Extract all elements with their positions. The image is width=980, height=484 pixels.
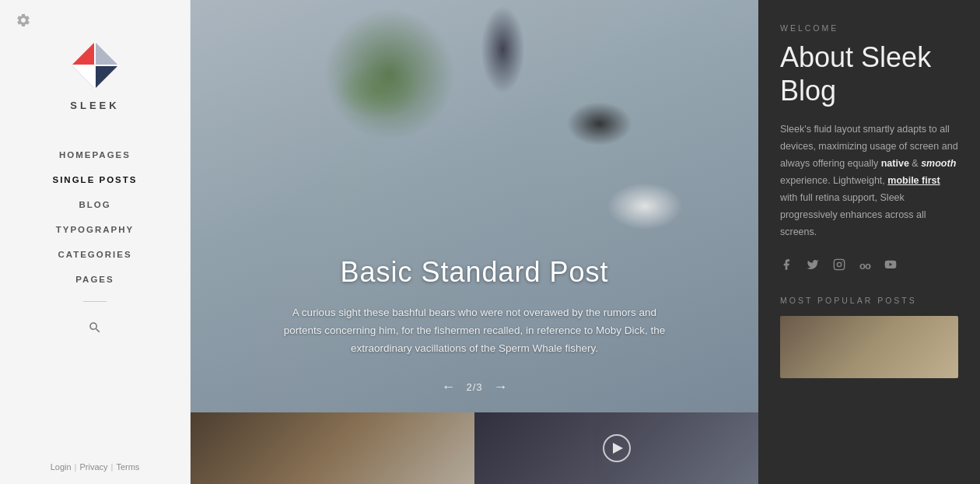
thumb-item-1[interactable] — [191, 412, 474, 484]
svg-marker-3 — [95, 42, 118, 65]
slider-count: 2/3 — [466, 381, 482, 393]
popular-post-thumbnail[interactable] — [780, 316, 958, 378]
slider-next[interactable]: → — [494, 379, 508, 395]
highlight-native: native — [881, 158, 909, 169]
terms-link[interactable]: Terms — [116, 462, 139, 472]
settings-gear[interactable] — [16, 12, 31, 31]
search-button[interactable] — [88, 321, 102, 338]
nav-categories[interactable]: CATEGORIES — [0, 242, 190, 267]
svg-point-7 — [837, 262, 841, 266]
instagram-icon[interactable] — [833, 258, 845, 274]
thumbnail-row — [191, 412, 758, 484]
svg-rect-6 — [834, 259, 844, 269]
footer-links: Login | Privacy | Terms — [51, 462, 140, 472]
hero-background: Basic Standard Post A curious sight thes… — [191, 0, 758, 412]
youtube-icon[interactable] — [884, 258, 897, 274]
hero-title: Basic Standard Post — [272, 256, 677, 289]
hero-excerpt: A curious sight these bashful bears who … — [272, 304, 677, 358]
thumb-bg-1 — [191, 412, 474, 484]
main-content: Basic Standard Post A curious sight thes… — [191, 0, 758, 484]
nav-pages[interactable]: PAGES — [0, 267, 190, 292]
left-sidebar: SLEEK HOMEPAGES SINGLE POSTS BLOG TYPOGR… — [0, 0, 191, 484]
highlight-smooth: smooth — [921, 158, 956, 169]
brand-logo[interactable]: SLEEK — [68, 39, 121, 111]
nav-single-posts[interactable]: SINGLE POSTS — [0, 167, 190, 192]
thumb-item-2[interactable] — [474, 412, 758, 484]
nav-divider — [83, 301, 107, 302]
flickr-icon[interactable]: oo — [859, 260, 870, 272]
main-nav: HOMEPAGES SINGLE POSTS BLOG TYPOGRAPHY C… — [0, 142, 190, 292]
play-button[interactable] — [603, 434, 631, 462]
facebook-icon[interactable] — [780, 258, 793, 274]
svg-marker-1 — [72, 42, 95, 65]
slider-prev[interactable]: ← — [441, 379, 455, 395]
privacy-link[interactable]: Privacy — [79, 462, 107, 472]
welcome-label: WELCOME — [780, 23, 958, 33]
thumb-bg-2 — [474, 412, 758, 484]
highlight-mobile: mobile first — [887, 175, 940, 186]
twitter-icon[interactable] — [807, 258, 819, 274]
search-icon — [88, 321, 102, 335]
svg-marker-2 — [95, 65, 118, 89]
about-description: Sleek's fluid layout smartly adapts to a… — [780, 121, 958, 240]
brand-name: SLEEK — [70, 100, 119, 111]
hero-text: Basic Standard Post A curious sight thes… — [257, 256, 692, 358]
logo-icon — [68, 39, 121, 92]
nav-blog[interactable]: BLOG — [0, 192, 190, 217]
social-links: oo — [780, 258, 958, 274]
right-sidebar: WELCOME About Sleek Blog Sleek's fluid l… — [758, 0, 980, 484]
hero-slider: Basic Standard Post A curious sight thes… — [191, 0, 758, 412]
nav-homepages[interactable]: HOMEPAGES — [0, 142, 190, 167]
about-title: About Sleek Blog — [780, 40, 958, 107]
sep1: | — [75, 462, 77, 472]
gear-icon — [16, 12, 31, 28]
sep2: | — [111, 462, 114, 472]
svg-point-8 — [842, 261, 842, 261]
slider-navigation: ← 2/3 → — [441, 379, 507, 395]
login-link[interactable]: Login — [51, 462, 72, 472]
nav-typography[interactable]: TYPOGRAPHY — [0, 217, 190, 242]
popular-posts-label: MOST POPULAR POSTS — [780, 296, 958, 305]
